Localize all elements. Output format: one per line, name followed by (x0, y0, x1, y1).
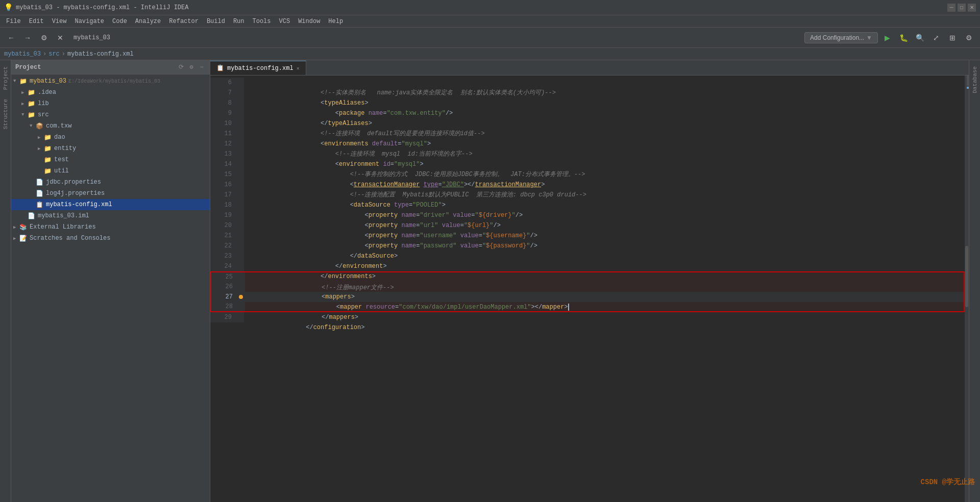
database-panel-toggle[interactable]: Database (971, 62, 979, 97)
add-config-label: Add Configuration... (810, 34, 864, 41)
tree-label-root: mybatis_03 (30, 78, 66, 85)
line-code-24: </environments> (244, 261, 965, 271)
line-num-16: 16 (210, 180, 236, 190)
test-folder-icon: 📁 (44, 156, 52, 164)
tree-item-entity[interactable]: ▶ 📁 entity (11, 143, 210, 154)
tree-arrow-lib: ▶ (21, 101, 28, 107)
sync-icon[interactable]: ⟳ (177, 63, 185, 71)
right-scrollbar[interactable] (965, 76, 969, 502)
project-panel-header: Project ⟳ ⚙ − (11, 60, 210, 74)
settings-button[interactable]: ⚙ (37, 31, 51, 45)
menu-vcs[interactable]: VCS (275, 15, 295, 27)
code-content[interactable]: 6 <!--实体类别名 name:java实体类全限定名 别名:默认实体类名(大… (210, 76, 965, 502)
line-code-25: <!--注册mapper文件--> (245, 272, 964, 282)
margin-25 (237, 272, 245, 282)
code-line-15: 15 <transactionManager type="JDBC"></tra… (210, 169, 965, 180)
project-name: mybatis_03 (74, 34, 110, 41)
tab-bar: 📋 mybatis-config.xml ✕ (210, 60, 969, 76)
tab-close-button[interactable]: ✕ (297, 65, 300, 71)
add-configuration-button[interactable]: Add Configuration... ▼ (804, 32, 878, 43)
tree-arrow-idea: ▶ (21, 90, 28, 95)
tree-arrow-scratches: ▶ (13, 236, 19, 241)
settings-gear-button[interactable]: ⚙ (962, 31, 976, 45)
title-bar-controls: ─ □ ✕ (947, 4, 976, 12)
menu-navigate[interactable]: Navigate (70, 15, 108, 27)
tree-item-idea[interactable]: ▶ 📁 .idea (11, 87, 210, 98)
tree-label-entity: entity (54, 145, 76, 152)
tree-item-dao[interactable]: ▶ 📁 dao (11, 132, 210, 143)
tree-item-src[interactable]: ▼ 📁 src (11, 109, 210, 120)
margin-12 (236, 139, 244, 149)
tree-item-util[interactable]: 📁 util (11, 165, 210, 177)
back-button[interactable]: ← (4, 31, 18, 45)
run-button[interactable]: ▶ (880, 31, 894, 45)
line-code-9: </typeAliases> (244, 108, 965, 118)
tree-item-mybatis-config[interactable]: 📋 mybatis-config.xml (11, 199, 210, 210)
tree-item-root[interactable]: ▼ 📁 mybatis_03 E:/IdeaWork/mybatis/mybat… (11, 76, 210, 87)
menu-run[interactable]: Run (229, 15, 249, 27)
tree-item-lib[interactable]: ▶ 📁 lib (11, 98, 210, 109)
code-line-23: 23 </environment> (210, 251, 965, 261)
line-code-27: <mapper resource="com/txw/dao/impl/userD… (245, 292, 964, 302)
menu-tools[interactable]: Tools (249, 15, 275, 27)
tree-path: E:/IdeaWork/mybatis/mybatis_03 (68, 79, 160, 84)
close-editor-button[interactable]: ✕ (53, 31, 67, 45)
project-panel-toggle[interactable]: Project (2, 62, 10, 94)
collapse-icon[interactable]: − (198, 63, 206, 71)
menu-build[interactable]: Build (203, 15, 229, 27)
split-button[interactable]: ⊞ (945, 31, 960, 45)
margin-14 (236, 159, 244, 169)
menu-help[interactable]: Help (324, 15, 347, 27)
settings-icon[interactable]: ⚙ (187, 63, 195, 71)
menu-file[interactable]: File (2, 15, 25, 27)
forward-button[interactable]: → (20, 31, 35, 45)
menu-window[interactable]: Window (294, 15, 324, 27)
code-line-17: 17 <dataSource type="POOLED"> (210, 190, 965, 200)
line-num-22: 22 (210, 241, 236, 251)
line-num-9: 9 (210, 108, 236, 118)
menu-view[interactable]: View (48, 15, 71, 27)
code-line-11: 11 <environments default="mysql"> (210, 129, 965, 139)
margin-21 (236, 231, 244, 241)
tree-label-scratches: Scratches and Consoles (30, 235, 110, 242)
menu-edit[interactable]: Edit (25, 15, 48, 27)
tree-item-iml[interactable]: 📄 mybatis_03.iml (11, 210, 210, 221)
tree-item-log4j[interactable]: 📄 log4j.properties (11, 188, 210, 199)
menu-analyze[interactable]: Analyze (131, 15, 165, 27)
line-code-13: <environment id="mysql"> (244, 149, 965, 159)
code-line-18: 18 <property name="driver" value="${driv… (210, 200, 965, 210)
util-folder-icon: 📁 (44, 167, 52, 175)
line-code-20: <property name="username" value="${usern… (244, 220, 965, 231)
project-panel: Project ⟳ ⚙ − ▼ 📁 mybatis_03 E:/IdeaWork… (11, 60, 210, 502)
breadcrumb-file[interactable]: mybatis-config.xml (67, 51, 134, 58)
tab-mybatis-config[interactable]: 📋 mybatis-config.xml ✕ (210, 61, 306, 75)
breadcrumb-project[interactable]: mybatis_03 (4, 51, 41, 58)
search-button[interactable]: 🔍 (913, 31, 927, 45)
maximize-editor-button[interactable]: ⤢ (929, 31, 943, 45)
breadcrumb-src[interactable]: src (48, 51, 60, 58)
menu-refactor[interactable]: Refactor (165, 15, 203, 27)
code-line-13: 13 <environment id="mysql"> (210, 149, 965, 159)
code-line-24: 24 </environments> (210, 261, 965, 271)
tree-item-scratches[interactable]: ▶ 📝 Scratches and Consoles (11, 233, 210, 244)
margin-6 (236, 78, 244, 88)
menu-code[interactable]: Code (108, 15, 131, 27)
structure-panel-toggle[interactable]: Structure (2, 95, 10, 133)
tree-item-jdbc[interactable]: 📄 jdbc.properties (11, 177, 210, 188)
minimize-button[interactable]: ─ (947, 4, 955, 12)
code-line-12: 12 <!--连接环境 mysql id:当前环境的名字--> (210, 139, 965, 149)
project-panel-title: Project (15, 64, 41, 71)
line-code-28: </mappers> (245, 302, 964, 311)
code-table: 6 <!--实体类别名 name:java实体类全限定名 别名:默认实体类名(大… (210, 78, 965, 322)
maximize-button[interactable]: □ (958, 4, 966, 12)
code-editor[interactable]: 6 <!--实体类别名 name:java实体类全限定名 别名:默认实体类名(大… (210, 76, 969, 502)
tree-arrow-dao: ▶ (38, 135, 44, 140)
code-line-21: 21 <property name="password" value="${pa… (210, 231, 965, 241)
close-button[interactable]: ✕ (968, 4, 976, 12)
tree-item-test[interactable]: 📁 test (11, 154, 210, 165)
tab-file-icon: 📋 (216, 64, 224, 72)
code-line-19: 19 <property name="url" value="${url}"/> (210, 210, 965, 220)
debug-button[interactable]: 🐛 (896, 31, 911, 45)
tree-item-comtxw[interactable]: ▼ 📦 com.txw (11, 120, 210, 132)
tree-item-ext-libs[interactable]: ▶ 📚 External Libraries (11, 221, 210, 233)
